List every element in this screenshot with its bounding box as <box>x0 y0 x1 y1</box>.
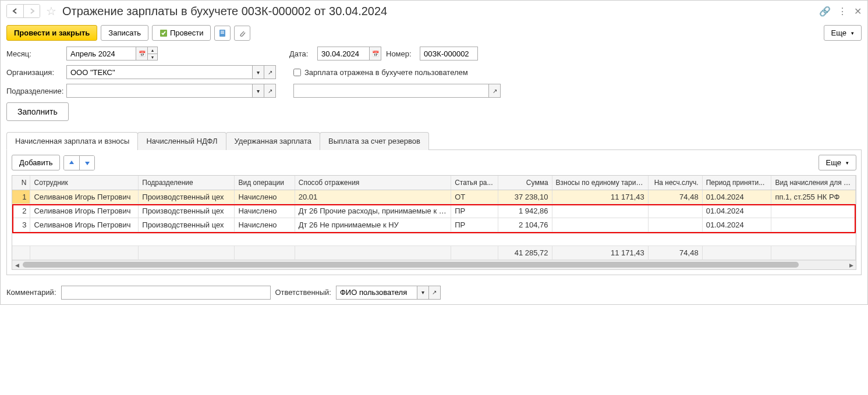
total-contributions: 11 171,43 <box>552 245 648 259</box>
col-contributions[interactable]: Взносы по единому тарифу <box>552 176 648 190</box>
write-button[interactable]: Записать <box>101 25 148 41</box>
table-header-row: N Сотрудник Подразделение Вид операции С… <box>12 176 856 190</box>
responsible-open-icon[interactable]: ↗ <box>429 286 441 300</box>
comment-label: Комментарий: <box>6 288 56 297</box>
move-down-button[interactable] <box>79 156 94 170</box>
month-label: Месяц: <box>6 49 62 58</box>
post-and-close-button[interactable]: Провести и закрыть <box>6 25 97 41</box>
date-input[interactable] <box>317 47 370 61</box>
tab-salary-contributions[interactable]: Начисленная зарплата и взносы <box>6 132 138 150</box>
close-icon[interactable]: ✕ <box>854 6 862 17</box>
col-article[interactable]: Статья ра... <box>451 176 498 190</box>
link-icon[interactable]: 🔗 <box>819 6 831 17</box>
responsible-input[interactable] <box>336 286 417 300</box>
extra-input[interactable] <box>293 84 489 98</box>
tabs: Начисленная зарплата и взносы Начисленны… <box>6 131 862 150</box>
attach-button[interactable] <box>234 26 250 41</box>
tab-deducted[interactable]: Удержанная зарплата <box>226 132 320 150</box>
col-sum[interactable]: Сумма <box>498 176 552 190</box>
dept-open-icon[interactable]: ↗ <box>264 84 276 98</box>
tab-content: Добавить Еще▾ N Сотрудник Подразделение <box>6 150 862 275</box>
toolbar-more-button[interactable]: Еще▾ <box>824 25 862 41</box>
move-up-button[interactable] <box>64 156 79 170</box>
month-down-button[interactable]: ▼ <box>148 54 157 60</box>
horizontal-scrollbar[interactable]: ◀ ▶ <box>12 260 856 269</box>
col-period[interactable]: Период приняти... <box>702 176 771 190</box>
add-row-button[interactable]: Добавить <box>12 155 60 170</box>
table-footer-row: 41 285,72 11 171,43 74,48 <box>12 245 856 259</box>
org-input[interactable] <box>66 65 253 79</box>
kebab-menu-icon[interactable]: ⋮ <box>838 6 847 17</box>
reflected-checkbox-row[interactable]: Зарплата отражена в бухучете пользовател… <box>293 68 468 77</box>
org-open-icon[interactable]: ↗ <box>264 65 276 79</box>
col-department[interactable]: Подразделение <box>139 176 235 190</box>
col-accident[interactable]: На несч.случ. <box>648 176 702 190</box>
table-row[interactable]: 3Селиванов Игорь ПетровичПроизводственны… <box>12 218 856 232</box>
col-reflection[interactable]: Способ отражения <box>295 176 451 190</box>
footer: Комментарий: Ответственный: ▾ ↗ <box>1 281 867 304</box>
date-calendar-icon[interactable]: 📅 <box>370 47 381 61</box>
post-button[interactable]: Провести <box>152 25 211 41</box>
total-accident: 74,48 <box>648 245 702 259</box>
report-icon <box>218 29 226 37</box>
col-n[interactable]: N <box>12 176 30 190</box>
comment-input[interactable] <box>61 286 271 300</box>
tab-reserves[interactable]: Выплата за счет резервов <box>320 132 429 150</box>
responsible-dropdown-icon[interactable]: ▾ <box>417 286 429 300</box>
dept-label: Подразделение: <box>6 87 62 95</box>
dept-input[interactable] <box>66 84 253 98</box>
month-up-button[interactable]: ▲ <box>148 47 157 54</box>
report-button[interactable] <box>214 26 231 41</box>
svg-rect-3 <box>221 32 224 33</box>
svg-rect-4 <box>221 33 224 34</box>
reflected-checkbox[interactable] <box>293 69 301 76</box>
col-employee[interactable]: Сотрудник <box>30 176 139 190</box>
number-label: Номер: <box>386 49 415 58</box>
page-title: Отражение зарплаты в бухучете 00ЗК-00000… <box>62 5 816 18</box>
month-input[interactable] <box>66 47 136 61</box>
data-table: N Сотрудник Подразделение Вид операции С… <box>12 175 856 270</box>
org-dropdown-icon[interactable]: ▾ <box>253 65 264 79</box>
extra-open-icon[interactable]: ↗ <box>489 84 501 98</box>
col-operation[interactable]: Вид операции <box>235 176 295 190</box>
tab-more-button[interactable]: Еще▾ <box>819 155 856 170</box>
responsible-label: Ответственный: <box>275 288 331 297</box>
number-input[interactable] <box>420 47 478 61</box>
org-label: Организация: <box>6 68 62 77</box>
dept-dropdown-icon[interactable]: ▾ <box>253 84 264 98</box>
reflected-checkbox-label: Зарплата отражена в бухучете пользовател… <box>304 68 468 77</box>
fill-button[interactable]: Заполнить <box>6 102 69 121</box>
paperclip-icon <box>238 29 246 37</box>
nav-back-button[interactable] <box>7 5 23 17</box>
post-icon <box>160 29 168 37</box>
nav-forward-button[interactable] <box>23 5 40 17</box>
col-accrual-type[interactable]: Вид начисления для нал <box>771 176 856 190</box>
main-toolbar: Провести и закрыть Записать Провести Еще… <box>1 22 867 44</box>
favorite-star-icon[interactable]: ☆ <box>46 4 56 18</box>
total-sum: 41 285,72 <box>498 245 552 259</box>
date-label: Дата: <box>289 49 313 58</box>
tab-ndfl[interactable]: Начисленный НДФЛ <box>137 132 226 150</box>
scroll-left-icon[interactable]: ◀ <box>12 261 22 270</box>
scroll-right-icon[interactable]: ▶ <box>846 261 856 270</box>
titlebar: ☆ Отражение зарплаты в бухучете 00ЗК-000… <box>1 1 867 22</box>
calendar-icon[interactable]: 📅 <box>136 47 148 61</box>
scroll-thumb[interactable] <box>23 262 799 268</box>
table-row[interactable]: 1Селиванов Игорь ПетровичПроизводственны… <box>12 190 856 204</box>
svg-rect-2 <box>221 31 224 31</box>
table-row[interactable]: 2Селиванов Игорь ПетровичПроизводственны… <box>12 204 856 218</box>
